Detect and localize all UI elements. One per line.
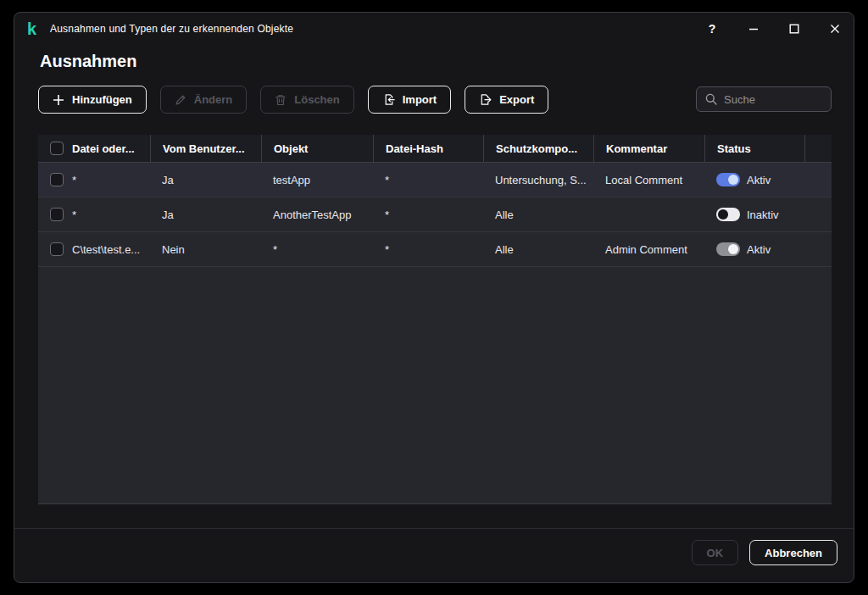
row-checkbox[interactable] [50,173,64,186]
table-row[interactable]: * Ja testApp * Untersuchung, S... Local … [38,163,832,197]
edit-button-label: Ändern [194,93,233,106]
cell-file-value: C\test\test.e... [72,243,140,256]
export-button-label: Export [499,93,534,106]
add-button-label: Hinzufügen [72,93,132,106]
import-icon [382,93,395,106]
cell-object: * [261,232,373,266]
import-button[interactable]: Import [368,86,451,114]
cell-status: Aktiv [704,163,832,197]
row-checkbox[interactable] [50,242,64,256]
ok-button[interactable]: OK [692,540,739,565]
window-title: Ausnahmen und Typen der zu erkennenden O… [50,23,293,35]
edit-button[interactable]: Ändern [160,86,248,114]
cell-comment: Local Comment [593,163,704,197]
plus-icon [53,94,64,106]
search-box[interactable] [696,86,832,112]
delete-button[interactable]: Löschen [260,86,353,114]
cell-hash: * [373,197,483,231]
close-button[interactable] [826,19,844,38]
cell-file: * [38,163,150,197]
status-toggle[interactable] [716,208,740,221]
footer: OK Abbrechen [14,540,854,565]
page-title: Ausnahmen [40,52,136,71]
kaspersky-logo-icon: k [27,19,36,39]
status-toggle[interactable] [716,242,740,256]
cell-status: Inaktiv [704,197,832,231]
cell-component: Alle [483,232,593,266]
status-toggle[interactable] [716,173,740,186]
maximize-button[interactable] [785,19,804,38]
table-header-status: Status [704,135,804,162]
export-button[interactable]: Export [465,86,548,114]
cell-file: * [38,197,150,231]
cell-user: Ja [150,197,261,231]
table-header-user: Vom Benutzer... [150,135,261,162]
cell-file-value: * [72,174,76,186]
delete-button-label: Löschen [294,93,339,106]
exceptions-table: Datei oder... Vom Benutzer... Objekt Dat… [38,135,832,504]
toggle-knob [728,175,738,185]
maximize-icon [789,24,799,34]
status-label: Aktiv [747,243,771,256]
cell-component: Untersuchung, S... [483,163,593,197]
table-header-component: Schutzkompo... [483,135,593,162]
status-label: Inaktiv [747,209,779,221]
cell-file-value: * [72,209,76,221]
table-header-row: Datei oder... Vom Benutzer... Objekt Dat… [38,135,832,163]
table-header-hash: Datei-Hash [373,135,483,162]
exceptions-dialog-window: k Ausnahmen und Typen der zu erkennenden… [14,12,854,583]
search-input[interactable] [724,93,822,106]
table-header-comment: Kommentar [593,135,704,162]
row-checkbox[interactable] [50,208,64,221]
help-button[interactable]: ? [703,19,721,38]
status-label: Aktiv [747,174,771,186]
cell-user: Nein [150,232,261,266]
minimize-icon [748,24,759,34]
toolbar: Hinzufügen Ändern Löschen Import Export [38,86,562,114]
table-row[interactable]: * Ja AnotherTestApp * Alle Inaktiv [38,197,832,232]
select-all-checkbox[interactable] [50,142,64,155]
cell-status: Aktiv [704,232,832,266]
toggle-knob [728,244,738,254]
table-header-object: Objekt [261,135,373,162]
add-button[interactable]: Hinzufügen [38,86,147,114]
search-icon [705,93,717,105]
cell-comment [593,197,704,231]
column-label: Datei oder... [72,142,135,155]
import-button-label: Import [403,93,437,106]
toggle-knob [718,209,728,220]
table-row[interactable]: C\test\test.e... Nein * * Alle Admin Com… [38,232,832,267]
footer-divider [14,528,854,529]
table-header-file: Datei oder... [38,135,150,162]
cell-object: testApp [261,163,373,197]
cell-hash: * [373,232,483,266]
trash-icon [275,94,287,106]
cancel-button[interactable]: Abbrechen [749,540,837,565]
table-header-spacer [804,135,832,162]
cell-user: Ja [150,163,261,197]
cell-comment: Admin Comment [593,232,704,266]
export-icon [479,93,492,106]
minimize-button[interactable] [744,19,763,38]
cell-file: C\test\test.e... [38,232,150,266]
titlebar: k Ausnahmen und Typen der zu erkennenden… [14,13,854,45]
close-icon [830,24,840,34]
cell-hash: * [373,163,483,197]
pencil-icon [175,94,186,106]
cell-component: Alle [483,197,593,231]
cell-object: AnotherTestApp [261,197,373,231]
